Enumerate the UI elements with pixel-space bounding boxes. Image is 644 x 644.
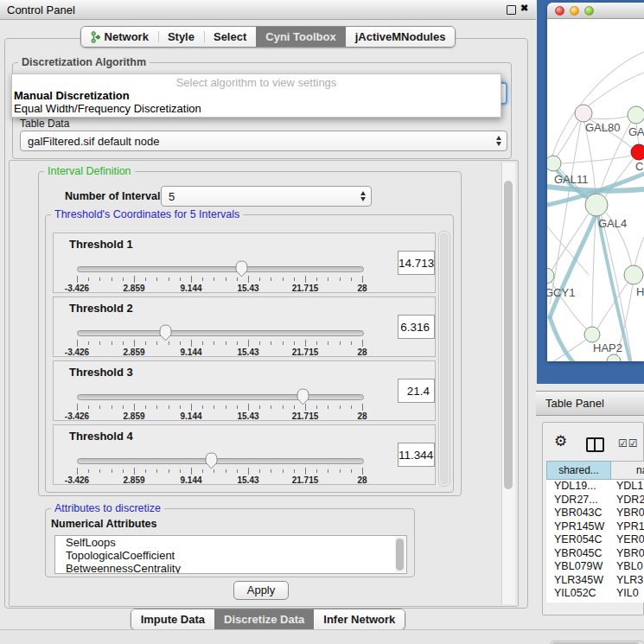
scrollbar-thumb[interactable] (504, 181, 513, 489)
zoom-window-icon[interactable] (584, 6, 594, 16)
table-row[interactable]: YDR27...YDR2 (546, 494, 644, 507)
slider-thumb[interactable] (159, 324, 172, 341)
network-edge[interactable] (561, 156, 631, 163)
slider-thumb[interactable] (205, 452, 218, 469)
dropdown-item-manual-discretization[interactable]: Manual Discretization (14, 89, 130, 102)
tab-impute-data[interactable]: Impute Data (131, 609, 214, 629)
table-cell: YIL052C (546, 587, 616, 599)
vertical-scrollbar[interactable] (501, 163, 515, 604)
tab-label: Impute Data (141, 613, 205, 626)
tick-mark (305, 340, 306, 347)
tab-discretize-data[interactable]: Discretize Data (214, 609, 314, 629)
network-node-ga[interactable] (628, 106, 644, 124)
thresholds-scrollbar[interactable] (438, 231, 450, 487)
dropdown-hint: Select algorithm to view settings (12, 76, 501, 89)
slider-track[interactable] (77, 458, 364, 464)
network-canvas[interactable]: GAL80GACGAL11GAL4GCY1HHAP2 (547, 19, 644, 361)
threshold-value-field[interactable]: 21.4 (398, 379, 435, 403)
tick-mark (202, 405, 203, 409)
tab-cyni-toolbox[interactable]: Cyni Toolbox (256, 27, 345, 47)
list-item[interactable]: SelfLoops (55, 536, 406, 549)
slider-track[interactable] (77, 330, 364, 336)
table-row[interactable]: YLR345WYLR3 (546, 574, 644, 588)
tick-mark (294, 405, 295, 409)
threshold-4-panel: Threshold 4 -3.4262.8599.14415.4321.7152… (53, 424, 436, 485)
tick-mark (328, 341, 328, 345)
numerical-attributes-list[interactable]: SelfLoops TopologicalCoefficient Between… (54, 535, 407, 574)
network-node-gcy1[interactable] (547, 268, 554, 284)
column-header-shared-name[interactable]: shared... (546, 461, 611, 480)
split-columns-icon[interactable] (586, 437, 604, 452)
tick-label: 9.144 (180, 411, 201, 421)
table-row[interactable]: YDL19...YDL1 (546, 480, 644, 494)
tab-jactivemnodules[interactable]: jActiveMNodules (346, 27, 456, 47)
bottom-strip (0, 629, 644, 644)
threshold-1-slider[interactable]: -3.4262.8599.14415.4321.71528 (77, 265, 362, 292)
dropdown-item-equal-width-frequency[interactable]: Equal Width/Frequency Discretization (14, 102, 201, 115)
network-node-gal11[interactable] (547, 156, 561, 171)
threshold-3-panel: Threshold 3 -3.4262.8599.14415.4321.7152… (53, 360, 436, 421)
slider-thumb[interactable] (235, 260, 248, 277)
table-data-label: Table Data (20, 118, 69, 130)
horizontal-scrollbar[interactable] (550, 641, 644, 644)
tick-label: 9.144 (180, 348, 201, 357)
network-node-c[interactable] (631, 144, 644, 160)
threshold-label: Threshold 2 (69, 302, 133, 315)
float-window-icon[interactable] (507, 5, 516, 15)
network-node-gal80[interactable] (575, 105, 592, 122)
network-node[interactable] (607, 354, 621, 361)
network-edge-highlighted[interactable] (598, 216, 630, 361)
tab-infer-network[interactable]: Infer Network (314, 609, 405, 629)
tab-network[interactable]: Network (81, 27, 158, 47)
tick-mark (214, 277, 214, 281)
table-row[interactable]: YBR043CYBR0 (546, 507, 644, 520)
table-cell: YDR27... (546, 494, 616, 506)
network-node-gal4[interactable] (585, 194, 608, 216)
tab-style[interactable]: Style (158, 27, 204, 47)
gear-icon[interactable]: ⚙ (554, 434, 567, 449)
network-edge[interactable] (588, 73, 644, 106)
network-edge[interactable] (552, 52, 644, 156)
threshold-value-field[interactable]: 6.316 (398, 315, 435, 339)
network-edge[interactable] (592, 216, 596, 327)
network-edge-highlighted[interactable] (550, 317, 573, 361)
table-row[interactable]: YER054CYER0 (546, 533, 644, 547)
tab-label: Cyni Toolbox (265, 30, 335, 43)
table-row[interactable]: YPR145WYPR1 (546, 520, 644, 534)
checkbox-icons[interactable]: ☑☑ (618, 437, 639, 450)
list-scrollbar[interactable] (395, 537, 405, 572)
tick-mark (271, 341, 271, 345)
tick-mark (362, 340, 363, 347)
threshold-4-slider[interactable]: -3.4262.8599.14415.4321.71528 (77, 456, 362, 484)
column-header-name[interactable]: na (611, 461, 644, 480)
table-row[interactable]: YBR045CYBR0 (546, 547, 644, 561)
network-node-h[interactable] (624, 265, 643, 284)
list-item[interactable]: BetweennessCentrality (55, 562, 406, 574)
tab-select[interactable]: Select (204, 27, 256, 47)
network-node-hap2[interactable] (584, 327, 600, 342)
close-icon[interactable]: ✖ (520, 3, 528, 14)
slider-track[interactable] (77, 266, 364, 272)
network-view-frame: GAL80GACGAL11GAL4GCY1HHAP2 (537, 0, 644, 384)
tick-mark (316, 405, 317, 409)
list-item[interactable]: TopologicalCoefficient (55, 549, 406, 562)
tick-label: 28 (357, 348, 367, 357)
minimize-window-icon[interactable] (570, 6, 579, 16)
table-cell: YBR043C (546, 507, 616, 519)
number-of-intervals-combobox[interactable]: 5 (161, 186, 372, 207)
network-edge[interactable] (634, 237, 644, 267)
slider-track[interactable] (77, 394, 364, 400)
network-edge[interactable] (590, 116, 629, 119)
apply-button[interactable]: Apply (233, 581, 289, 600)
threshold-value-field[interactable]: 11.344 (398, 443, 435, 467)
network-edge[interactable] (602, 216, 632, 361)
slider-thumb[interactable] (296, 388, 309, 405)
table-data-combobox[interactable]: galFiltered.sif default node (20, 131, 507, 151)
threshold-3-slider[interactable]: -3.4262.8599.14415.4321.71528 (77, 392, 362, 420)
threshold-2-slider[interactable]: -3.4262.8599.14415.4321.71528 (77, 328, 362, 356)
threshold-value-field[interactable]: 14.713 (398, 251, 435, 275)
close-window-icon[interactable] (555, 6, 564, 16)
table-row[interactable]: YBL079WYBL0 (546, 560, 644, 574)
network-graph[interactable]: GAL80GACGAL11GAL4GCY1HHAP2 (547, 19, 644, 361)
table-row[interactable]: YIL052CYIL0 (546, 587, 644, 601)
